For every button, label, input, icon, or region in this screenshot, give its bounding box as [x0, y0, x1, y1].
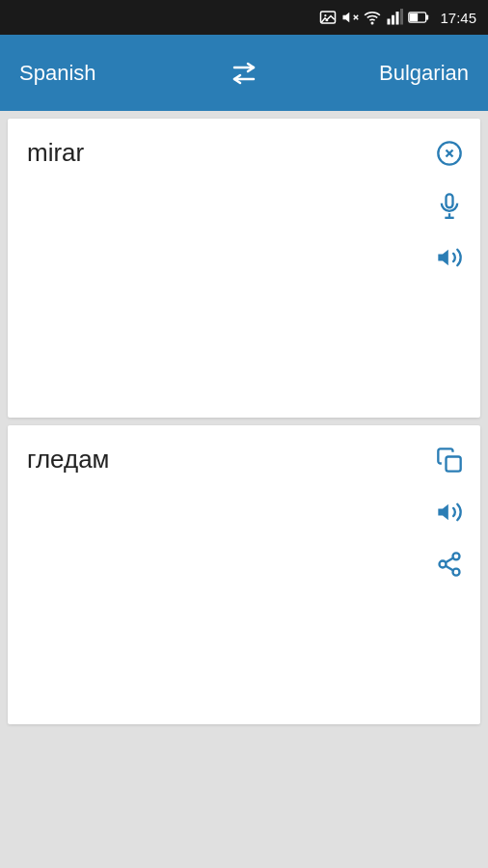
source-card: mirar: [8, 119, 480, 418]
svg-rect-9: [400, 9, 403, 25]
status-icons: 17:45: [319, 9, 476, 26]
wifi-icon: [364, 9, 381, 26]
svg-point-1: [325, 14, 327, 16]
svg-rect-11: [426, 14, 429, 19]
svg-marker-21: [438, 504, 448, 520]
svg-marker-2: [343, 13, 350, 23]
svg-line-26: [446, 558, 453, 563]
svg-rect-12: [410, 14, 418, 21]
svg-point-24: [453, 569, 460, 576]
copy-button[interactable]: [432, 443, 467, 477]
target-card: гледам: [8, 425, 480, 724]
svg-point-22: [453, 553, 460, 559]
source-text[interactable]: mirar: [27, 134, 432, 168]
svg-point-23: [440, 561, 447, 568]
swap-languages-button[interactable]: [229, 62, 259, 85]
image-icon: [319, 9, 337, 26]
target-actions: [432, 441, 467, 582]
svg-rect-16: [447, 194, 453, 207]
source-actions: [432, 134, 467, 275]
signal-icon: [386, 9, 403, 26]
svg-rect-8: [396, 12, 399, 25]
share-button[interactable]: [432, 547, 467, 582]
app-header: Spanish Bulgarian: [0, 35, 488, 111]
svg-rect-6: [388, 19, 391, 25]
status-time: 17:45: [440, 10, 476, 26]
battery-icon: [408, 11, 429, 24]
target-language[interactable]: Bulgarian: [353, 61, 469, 86]
svg-marker-19: [438, 250, 448, 265]
target-speak-button[interactable]: [432, 495, 467, 529]
svg-rect-7: [392, 15, 394, 25]
mute-icon: [341, 9, 359, 26]
clear-button[interactable]: [432, 136, 467, 171]
source-language[interactable]: Spanish: [19, 61, 135, 86]
svg-line-25: [446, 566, 453, 571]
source-speak-button[interactable]: [432, 240, 467, 275]
microphone-button[interactable]: [432, 188, 467, 223]
target-text: гледам: [27, 441, 432, 475]
svg-point-5: [372, 22, 374, 24]
main-content: mirar: [0, 111, 488, 868]
status-bar: 17:45: [0, 0, 488, 35]
svg-rect-20: [447, 457, 461, 472]
